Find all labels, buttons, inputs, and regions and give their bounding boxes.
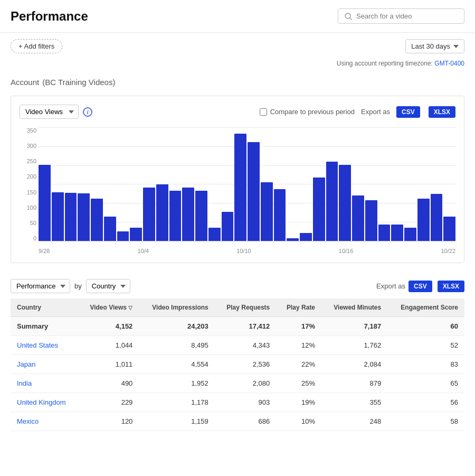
- info-icon[interactable]: i: [83, 107, 92, 117]
- chart-xlsx-button[interactable]: XLSX: [429, 106, 455, 118]
- row-play-rate: 10%: [276, 412, 321, 431]
- row-country: United Kingdom: [11, 393, 78, 412]
- row-video-views: 1,044: [78, 336, 139, 355]
- country-link[interactable]: Mexico: [17, 417, 39, 425]
- row-video-views: 120: [78, 412, 139, 431]
- chart-x-axis: 9/28 10/4 10/10 10/16 10/22: [39, 248, 455, 254]
- row-play-requests: 2,080: [215, 374, 277, 393]
- chart-bar: [52, 192, 64, 241]
- row-country: Mexico: [11, 412, 78, 431]
- col-video-views[interactable]: Video Views ▽: [78, 298, 139, 317]
- row-play-rate: 19%: [276, 393, 321, 412]
- chart-controls-right: Compare to previous period Export as CSV…: [260, 106, 455, 118]
- col-country[interactable]: Country: [11, 298, 78, 317]
- chart-controls-left: Video Views i: [20, 105, 92, 119]
- col-play-rate[interactable]: Play Rate: [276, 298, 321, 317]
- search-box[interactable]: [338, 8, 464, 24]
- dropdown-arrow-icon: [453, 45, 459, 48]
- table-row: United States 1,044 8,495 4,343 12% 1,76…: [11, 336, 464, 355]
- compare-label[interactable]: Compare to previous period: [260, 108, 355, 116]
- timezone-link[interactable]: GMT-0400: [434, 60, 464, 67]
- perf-dimension-select[interactable]: Country: [86, 279, 130, 293]
- add-filters-button[interactable]: + Add filters: [11, 39, 62, 53]
- col-play-requests[interactable]: Play Requests: [215, 298, 277, 317]
- chart-bar: [130, 228, 142, 241]
- chart-bar: [339, 165, 351, 241]
- perf-export-label: Export as: [376, 282, 405, 290]
- search-input[interactable]: [356, 12, 458, 20]
- chart-bar: [182, 188, 194, 241]
- row-engagement-score: 65: [387, 374, 464, 393]
- perf-xlsx-button[interactable]: XLSX: [438, 281, 464, 292]
- summary-video-views: 4,152: [78, 317, 139, 336]
- chart-bar: [91, 199, 103, 241]
- col-video-impressions[interactable]: Video Impressions: [139, 298, 214, 317]
- chart-csv-button[interactable]: CSV: [396, 106, 420, 118]
- row-viewed-minutes: 355: [321, 393, 387, 412]
- row-play-requests: 686: [215, 412, 277, 431]
- chart-bar: [431, 194, 443, 241]
- chart-bar: [326, 162, 338, 241]
- compare-checkbox[interactable]: [260, 108, 267, 116]
- row-country: Japan: [11, 355, 78, 374]
- table-row: Mexico 120 1,159 686 10% 248 58: [11, 412, 464, 431]
- row-country: India: [11, 374, 78, 393]
- row-country: United States: [11, 336, 78, 355]
- account-title: Account (BC Training Videos): [11, 74, 464, 88]
- chart-bar: [287, 238, 299, 241]
- chart-bar: [404, 228, 416, 241]
- chart-bar: [65, 193, 77, 241]
- chart-bar: [208, 228, 221, 241]
- country-link[interactable]: United States: [17, 341, 58, 349]
- row-engagement-score: 56: [387, 393, 464, 412]
- perf-metric-select[interactable]: Performance: [11, 279, 70, 293]
- bar-chart: 350 300 250 200 150 100 50 0 9/28 10/4 1…: [20, 127, 455, 254]
- perf-controls: Performance by Country Export as CSV XLS…: [11, 274, 464, 298]
- chart-bar: [78, 193, 90, 241]
- col-viewed-minutes[interactable]: Viewed Minutes: [321, 298, 387, 317]
- account-heading: Account (BC Training Videos): [0, 71, 475, 96]
- perf-csv-button[interactable]: CSV: [408, 281, 432, 292]
- row-viewed-minutes: 879: [321, 374, 387, 393]
- chart-bar: [261, 182, 273, 241]
- row-video-views: 490: [78, 374, 139, 393]
- svg-line-1: [350, 18, 352, 20]
- chart-bar: [156, 184, 168, 241]
- row-play-requests: 4,343: [215, 336, 277, 355]
- metric-select[interactable]: Video Views: [20, 105, 79, 119]
- row-viewed-minutes: 2,084: [321, 355, 387, 374]
- summary-video-impressions: 24,203: [139, 317, 214, 336]
- row-play-rate: 25%: [276, 374, 321, 393]
- table-row: United Kingdom 229 1,178 903 19% 355 56: [11, 393, 464, 412]
- chart-bar: [352, 195, 364, 241]
- by-label: by: [74, 282, 82, 290]
- row-video-impressions: 4,554: [139, 355, 214, 374]
- search-icon: [345, 13, 352, 20]
- summary-label: Summary: [11, 317, 78, 336]
- timezone-note: Using account reporting timezone: GMT-04…: [0, 60, 475, 71]
- chart-bar: [39, 165, 51, 241]
- chart-controls: Video Views i Compare to previous period…: [20, 105, 455, 119]
- col-engagement-score[interactable]: Engagement Score: [387, 298, 464, 317]
- date-picker[interactable]: Last 30 days: [405, 39, 464, 53]
- row-play-rate: 12%: [276, 336, 321, 355]
- page-title: Performance: [11, 9, 88, 24]
- performance-table: Country Video Views ▽ Video Impressions …: [11, 298, 464, 431]
- chart-y-axis: 350 300 250 200 150 100 50 0: [20, 127, 36, 241]
- country-link[interactable]: Japan: [17, 360, 35, 368]
- chart-card: Video Views i Compare to previous period…: [11, 96, 464, 263]
- chart-bar: [117, 231, 129, 241]
- chart-bar: [443, 217, 455, 241]
- table-header: Country Video Views ▽ Video Impressions …: [11, 298, 464, 317]
- country-link[interactable]: India: [17, 379, 32, 387]
- row-viewed-minutes: 1,762: [321, 336, 387, 355]
- row-play-requests: 903: [215, 393, 277, 412]
- country-link[interactable]: United Kingdom: [17, 398, 66, 406]
- row-video-views: 1,011: [78, 355, 139, 374]
- row-video-impressions: 1,178: [139, 393, 214, 412]
- chart-bar: [313, 178, 325, 241]
- row-engagement-score: 58: [387, 412, 464, 431]
- row-play-requests: 2,536: [215, 355, 277, 374]
- row-engagement-score: 83: [387, 355, 464, 374]
- row-viewed-minutes: 248: [321, 412, 387, 431]
